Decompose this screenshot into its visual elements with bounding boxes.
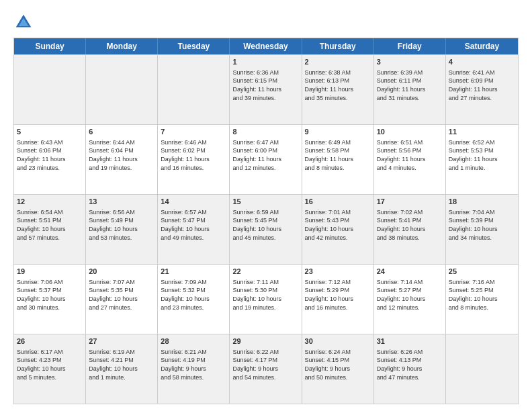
cell-info: Sunrise: 6:47 AM Sunset: 6:00 PM Dayligh… bbox=[232, 138, 298, 172]
day-number: 23 bbox=[305, 267, 371, 277]
page: SundayMondayTuesdayWednesdayThursdayFrid… bbox=[0, 0, 532, 411]
calendar-cell: 18Sunrise: 7:04 AM Sunset: 5:39 PM Dayli… bbox=[446, 195, 518, 264]
calendar-week-row: 26Sunrise: 6:17 AM Sunset: 4:23 PM Dayli… bbox=[14, 334, 518, 404]
calendar-cell: 6Sunrise: 6:44 AM Sunset: 6:04 PM Daylig… bbox=[86, 125, 158, 194]
day-number: 1 bbox=[232, 57, 298, 67]
day-number: 16 bbox=[305, 197, 371, 207]
calendar-cell: 15Sunrise: 6:59 AM Sunset: 5:45 PM Dayli… bbox=[230, 195, 302, 264]
cell-info: Sunrise: 6:41 AM Sunset: 6:09 PM Dayligh… bbox=[449, 68, 515, 102]
calendar-cell: 30Sunrise: 6:24 AM Sunset: 4:15 PM Dayli… bbox=[302, 334, 374, 404]
calendar-day-header: Thursday bbox=[302, 38, 374, 54]
day-number: 19 bbox=[17, 267, 83, 277]
calendar-cell bbox=[158, 55, 230, 124]
calendar-cell: 5Sunrise: 6:43 AM Sunset: 6:06 PM Daylig… bbox=[14, 125, 86, 194]
cell-info: Sunrise: 7:14 AM Sunset: 5:27 PM Dayligh… bbox=[377, 278, 443, 312]
calendar-cell: 12Sunrise: 6:54 AM Sunset: 5:51 PM Dayli… bbox=[14, 195, 86, 264]
cell-info: Sunrise: 6:59 AM Sunset: 5:45 PM Dayligh… bbox=[232, 208, 298, 242]
calendar-cell: 25Sunrise: 7:16 AM Sunset: 5:25 PM Dayli… bbox=[446, 265, 518, 334]
calendar-cell: 3Sunrise: 6:39 AM Sunset: 6:11 PM Daylig… bbox=[374, 55, 446, 124]
calendar-cell: 10Sunrise: 6:51 AM Sunset: 5:56 PM Dayli… bbox=[374, 125, 446, 194]
day-number: 30 bbox=[305, 336, 371, 347]
cell-info: Sunrise: 6:54 AM Sunset: 5:51 PM Dayligh… bbox=[17, 208, 83, 242]
day-number: 6 bbox=[89, 127, 154, 137]
day-number: 7 bbox=[161, 127, 226, 137]
calendar-cell: 23Sunrise: 7:12 AM Sunset: 5:29 PM Dayli… bbox=[302, 265, 374, 334]
cell-info: Sunrise: 6:56 AM Sunset: 5:49 PM Dayligh… bbox=[89, 208, 154, 242]
cell-info: Sunrise: 6:22 AM Sunset: 4:17 PM Dayligh… bbox=[232, 348, 298, 381]
day-number: 5 bbox=[17, 127, 83, 137]
cell-info: Sunrise: 6:46 AM Sunset: 6:02 PM Dayligh… bbox=[161, 138, 226, 172]
calendar-cell: 16Sunrise: 7:01 AM Sunset: 5:43 PM Dayli… bbox=[302, 195, 374, 264]
day-number: 3 bbox=[377, 57, 443, 67]
day-number: 2 bbox=[305, 57, 371, 67]
day-number: 14 bbox=[161, 197, 226, 207]
calendar-body: 1Sunrise: 6:36 AM Sunset: 6:15 PM Daylig… bbox=[14, 54, 518, 404]
cell-info: Sunrise: 7:04 AM Sunset: 5:39 PM Dayligh… bbox=[449, 208, 515, 242]
calendar-cell bbox=[86, 55, 158, 124]
day-number: 25 bbox=[449, 267, 515, 277]
calendar-cell: 21Sunrise: 7:09 AM Sunset: 5:32 PM Dayli… bbox=[158, 265, 230, 334]
cell-info: Sunrise: 6:52 AM Sunset: 5:53 PM Dayligh… bbox=[449, 138, 515, 172]
cell-info: Sunrise: 6:21 AM Sunset: 4:19 PM Dayligh… bbox=[161, 348, 226, 381]
day-number: 28 bbox=[161, 336, 226, 347]
day-number: 26 bbox=[17, 336, 83, 347]
day-number: 24 bbox=[377, 267, 443, 277]
calendar-cell: 20Sunrise: 7:07 AM Sunset: 5:35 PM Dayli… bbox=[86, 265, 158, 334]
calendar-cell: 31Sunrise: 6:26 AM Sunset: 4:13 PM Dayli… bbox=[374, 334, 446, 404]
logo bbox=[13, 12, 38, 32]
cell-info: Sunrise: 7:07 AM Sunset: 5:35 PM Dayligh… bbox=[89, 278, 154, 312]
calendar-day-header: Monday bbox=[86, 38, 158, 54]
calendar-cell bbox=[14, 55, 86, 124]
cell-info: Sunrise: 6:43 AM Sunset: 6:06 PM Dayligh… bbox=[17, 138, 83, 172]
calendar-week-row: 5Sunrise: 6:43 AM Sunset: 6:06 PM Daylig… bbox=[14, 124, 518, 194]
calendar-cell: 1Sunrise: 6:36 AM Sunset: 6:15 PM Daylig… bbox=[230, 55, 302, 124]
calendar-day-header: Tuesday bbox=[158, 38, 230, 54]
calendar: SundayMondayTuesdayWednesdayThursdayFrid… bbox=[13, 38, 519, 404]
cell-info: Sunrise: 7:16 AM Sunset: 5:25 PM Dayligh… bbox=[449, 278, 515, 312]
logo-icon bbox=[13, 12, 34, 32]
day-number: 17 bbox=[377, 197, 443, 207]
calendar-cell: 17Sunrise: 7:02 AM Sunset: 5:41 PM Dayli… bbox=[374, 195, 446, 264]
cell-info: Sunrise: 7:02 AM Sunset: 5:41 PM Dayligh… bbox=[377, 208, 443, 242]
cell-info: Sunrise: 6:49 AM Sunset: 5:58 PM Dayligh… bbox=[305, 138, 371, 172]
header bbox=[13, 12, 519, 32]
cell-info: Sunrise: 6:38 AM Sunset: 6:13 PM Dayligh… bbox=[305, 68, 371, 102]
day-number: 10 bbox=[377, 127, 443, 137]
day-number: 21 bbox=[161, 267, 226, 277]
day-number: 29 bbox=[232, 336, 298, 347]
calendar-cell: 11Sunrise: 6:52 AM Sunset: 5:53 PM Dayli… bbox=[446, 125, 518, 194]
calendar-cell: 28Sunrise: 6:21 AM Sunset: 4:19 PM Dayli… bbox=[158, 334, 230, 404]
calendar-cell: 22Sunrise: 7:11 AM Sunset: 5:30 PM Dayli… bbox=[230, 265, 302, 334]
cell-info: Sunrise: 6:17 AM Sunset: 4:23 PM Dayligh… bbox=[17, 348, 83, 381]
calendar-cell: 2Sunrise: 6:38 AM Sunset: 6:13 PM Daylig… bbox=[302, 55, 374, 124]
day-number: 4 bbox=[449, 57, 515, 67]
calendar-cell bbox=[446, 334, 518, 404]
calendar-cell: 8Sunrise: 6:47 AM Sunset: 6:00 PM Daylig… bbox=[230, 125, 302, 194]
day-number: 12 bbox=[17, 197, 83, 207]
calendar-day-header: Saturday bbox=[446, 38, 518, 54]
calendar-cell: 24Sunrise: 7:14 AM Sunset: 5:27 PM Dayli… bbox=[374, 265, 446, 334]
calendar-header-row: SundayMondayTuesdayWednesdayThursdayFrid… bbox=[14, 38, 518, 54]
cell-info: Sunrise: 6:24 AM Sunset: 4:15 PM Dayligh… bbox=[305, 348, 371, 381]
calendar-week-row: 12Sunrise: 6:54 AM Sunset: 5:51 PM Dayli… bbox=[14, 194, 518, 264]
calendar-cell: 14Sunrise: 6:57 AM Sunset: 5:47 PM Dayli… bbox=[158, 195, 230, 264]
calendar-cell: 4Sunrise: 6:41 AM Sunset: 6:09 PM Daylig… bbox=[446, 55, 518, 124]
calendar-cell: 27Sunrise: 6:19 AM Sunset: 4:21 PM Dayli… bbox=[86, 334, 158, 404]
calendar-day-header: Wednesday bbox=[230, 38, 302, 54]
cell-info: Sunrise: 7:06 AM Sunset: 5:37 PM Dayligh… bbox=[17, 278, 83, 312]
day-number: 9 bbox=[305, 127, 371, 137]
cell-info: Sunrise: 7:09 AM Sunset: 5:32 PM Dayligh… bbox=[161, 278, 226, 312]
calendar-cell: 9Sunrise: 6:49 AM Sunset: 5:58 PM Daylig… bbox=[302, 125, 374, 194]
calendar-cell: 19Sunrise: 7:06 AM Sunset: 5:37 PM Dayli… bbox=[14, 265, 86, 334]
calendar-day-header: Friday bbox=[374, 38, 446, 54]
cell-info: Sunrise: 6:19 AM Sunset: 4:21 PM Dayligh… bbox=[89, 348, 154, 381]
cell-info: Sunrise: 6:36 AM Sunset: 6:15 PM Dayligh… bbox=[232, 68, 298, 102]
cell-info: Sunrise: 6:39 AM Sunset: 6:11 PM Dayligh… bbox=[377, 68, 443, 102]
day-number: 8 bbox=[232, 127, 298, 137]
calendar-week-row: 1Sunrise: 6:36 AM Sunset: 6:15 PM Daylig… bbox=[14, 54, 518, 124]
cell-info: Sunrise: 7:01 AM Sunset: 5:43 PM Dayligh… bbox=[305, 208, 371, 242]
day-number: 11 bbox=[449, 127, 515, 137]
day-number: 22 bbox=[232, 267, 298, 277]
day-number: 18 bbox=[449, 197, 515, 207]
calendar-cell: 7Sunrise: 6:46 AM Sunset: 6:02 PM Daylig… bbox=[158, 125, 230, 194]
